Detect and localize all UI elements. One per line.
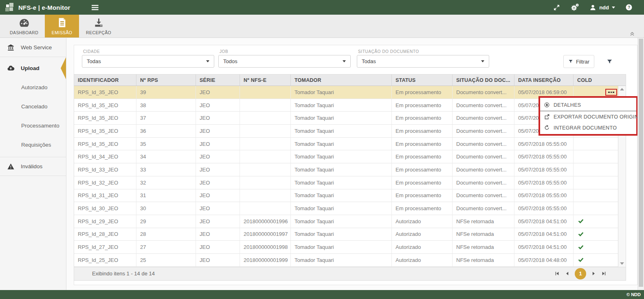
fullscreen-icon[interactable] bbox=[553, 4, 560, 11]
column-header-n-nfs-e[interactable]: Nº NFS-E bbox=[240, 75, 291, 86]
cell-serie: JEO bbox=[196, 189, 240, 202]
sidebar-item-autorizado[interactable]: Autorizado bbox=[0, 78, 66, 97]
cell-situacao: NFSe retornada bbox=[453, 228, 514, 241]
first-page-button[interactable] bbox=[554, 271, 560, 276]
main-content: CIDADETodasJOBTodosSITUAÇÃO DO DOCUMENTO… bbox=[66, 38, 644, 290]
cell-situacao: NFSe retornada bbox=[453, 254, 514, 266]
cell-n-nfse bbox=[240, 112, 291, 124]
table-footer: Exibindo itens 1 - 14 de 14 1 bbox=[74, 267, 626, 280]
filter-actions: Filtrar bbox=[563, 49, 613, 68]
collapse-panel-chevron-icon[interactable] bbox=[629, 31, 635, 37]
app-logo-icon bbox=[5, 2, 15, 12]
scroll-down-icon[interactable] bbox=[620, 262, 624, 265]
sidebar-item-cancelado[interactable]: Cancelado bbox=[0, 97, 66, 116]
column-header-n-rps[interactable]: Nº RPS bbox=[136, 75, 196, 86]
cell-n-nfse bbox=[240, 99, 291, 112]
menu-item-integrar-documento[interactable]: INTEGRAR DOCUMENTO bbox=[540, 122, 636, 133]
table-row[interactable]: RPS_Id_35_JEO35JEOTomador TaquariEm proc… bbox=[74, 138, 626, 151]
table-row[interactable]: RPS_Id_34_JEO34JEOTomador TaquariEm proc… bbox=[74, 150, 626, 163]
cell-n-rps: 32 bbox=[136, 176, 196, 189]
user-menu[interactable]: ndd bbox=[589, 4, 615, 11]
cell-n-rps: 28 bbox=[136, 228, 196, 241]
cell-status: Autorizado bbox=[392, 254, 453, 266]
cell-data-insercao: 05/07/2018 05:55:00 bbox=[514, 189, 574, 202]
cell-identificador: RPS_Id_25_JEO bbox=[74, 254, 136, 266]
hamburger-menu-icon[interactable] bbox=[92, 4, 99, 11]
filter-job: JOBTodos bbox=[218, 49, 351, 68]
cell-cold bbox=[574, 163, 618, 176]
cell-serie: JEO bbox=[196, 99, 240, 112]
toggle-filters-icon[interactable] bbox=[607, 59, 613, 65]
menu-item-detalhes[interactable]: DETALHES bbox=[540, 99, 636, 111]
filter-label: JOB bbox=[220, 49, 351, 54]
column-header-identificador[interactable]: IDENTIFICADOR bbox=[74, 75, 136, 86]
column-header-filler bbox=[618, 75, 626, 86]
table-row[interactable]: RPS_Id_33_JEO33JEOTomador TaquariEm proc… bbox=[74, 163, 626, 176]
filter-select-cidade[interactable]: Todas bbox=[82, 55, 214, 68]
column-header-status[interactable]: STATUS bbox=[392, 75, 453, 86]
help-icon[interactable]: ? bbox=[625, 4, 633, 11]
table-row[interactable]: RPS_Id_29_JEO29JEO201800000001996Tomador… bbox=[74, 215, 626, 228]
table-row[interactable]: RPS_Id_30_JEO30JEOTomador TaquariEm proc… bbox=[74, 202, 626, 215]
table-row[interactable]: RPS_Id_25_JEO25JEO201800000001999Tomador… bbox=[74, 254, 626, 267]
cell-tomador: Tomador Taquari bbox=[291, 150, 392, 163]
cell-identificador: RPS_Id_35_JEO bbox=[74, 112, 136, 124]
tab-dashboard[interactable]: DASHBOARD bbox=[6, 15, 42, 37]
filter-label: CIDADE bbox=[83, 49, 214, 54]
sidebar-item-label: Cancelado bbox=[21, 103, 48, 110]
cell-serie: JEO bbox=[196, 138, 240, 150]
current-page-button[interactable]: 1 bbox=[575, 268, 586, 279]
filtrar-button[interactable]: Filtrar bbox=[563, 55, 594, 68]
tab-emissa-o[interactable]: EMISSÃO bbox=[45, 15, 79, 37]
chevron-down-icon bbox=[481, 60, 484, 62]
column-header-se-rie[interactable]: SÉRIE bbox=[196, 75, 240, 86]
cell-tomador: Tomador Taquari bbox=[291, 125, 392, 137]
sidebar-item-upload[interactable]: Upload bbox=[0, 59, 66, 78]
table-row[interactable]: RPS_Id_27_JEO27JEO201800000001998Tomador… bbox=[74, 241, 626, 254]
cell-cold bbox=[574, 202, 618, 215]
user-icon bbox=[589, 4, 596, 11]
cell-tomador: Tomador Taquari bbox=[291, 228, 392, 241]
filter-select-job[interactable]: Todos bbox=[218, 55, 351, 68]
cell-n-nfse: 201800000001998 bbox=[240, 241, 291, 253]
page-scrollbar[interactable] bbox=[637, 38, 644, 290]
settings-gears-icon[interactable] bbox=[570, 3, 579, 12]
cell-situacao: Documento convert... bbox=[453, 189, 514, 202]
column-header-tomador[interactable]: TOMADOR bbox=[291, 75, 392, 86]
page-scrollbar-thumb[interactable] bbox=[639, 39, 643, 287]
tab-recepc-a-o[interactable]: RECEPÇÃO bbox=[81, 15, 116, 37]
column-header-situac-a-o-do-doc[interactable]: SITUAÇÃO DO DOC... bbox=[453, 75, 514, 86]
cell-cold bbox=[574, 138, 618, 150]
pagination: 1 bbox=[554, 268, 607, 279]
cell-situacao: Documento convert... bbox=[453, 125, 514, 137]
scroll-up-icon[interactable] bbox=[620, 88, 624, 90]
cell-n-nfse bbox=[240, 86, 291, 99]
cell-n-rps: 36 bbox=[136, 125, 196, 137]
sidebar-item-requisic-o-es[interactable]: Requisições bbox=[0, 135, 66, 154]
row-actions-button[interactable] bbox=[605, 89, 617, 96]
menu-item-exportar-documento-original[interactable]: EXPORTAR DOCUMENTO ORIGINAL bbox=[540, 111, 636, 122]
cell-data-insercao: 05/07/2018 04:48:00 bbox=[514, 254, 574, 266]
table-row[interactable]: RPS_Id_31_JEO31JEOTomador TaquariEm proc… bbox=[74, 189, 626, 202]
filter-select-situac-a-o-do-documento[interactable]: Todas bbox=[357, 55, 489, 68]
cell-n-rps: 35 bbox=[136, 138, 196, 150]
cell-tomador: Tomador Taquari bbox=[291, 138, 392, 150]
cell-situacao: Documento convert... bbox=[453, 112, 514, 124]
column-header-data-inserc-a-o[interactable]: DATA INSERÇÃO bbox=[514, 75, 574, 86]
next-page-button[interactable] bbox=[591, 271, 596, 276]
sidebar-item-label: Inválidos bbox=[21, 163, 42, 169]
last-page-button[interactable] bbox=[601, 271, 607, 276]
cell-data-insercao: 05/07/2018 05:55:00 bbox=[514, 163, 574, 176]
previous-page-button[interactable] bbox=[565, 271, 570, 276]
cell-identificador: RPS_Id_34_JEO bbox=[74, 150, 136, 163]
table-row[interactable]: RPS_Id_32_JEO32JEOTomador TaquariEm proc… bbox=[74, 176, 626, 189]
sidebar-item-processamento[interactable]: Processamento bbox=[0, 116, 66, 135]
sidebar-item-inva-lidos[interactable]: Inválidos bbox=[0, 157, 66, 176]
sidebar-item-web-service[interactable]: Web Service bbox=[0, 38, 66, 57]
table-row[interactable]: RPS_Id_28_JEO28JEO201800000001997Tomador… bbox=[74, 228, 626, 241]
cold-check-icon bbox=[577, 231, 584, 237]
active-item-indicator bbox=[61, 57, 66, 79]
sidebar: Web ServiceUploadAutorizadoCanceladoProc… bbox=[0, 38, 66, 290]
column-header-cold[interactable]: COLD bbox=[574, 75, 618, 86]
cell-data-insercao: 05/07/2018 05:55:00 bbox=[514, 138, 574, 150]
